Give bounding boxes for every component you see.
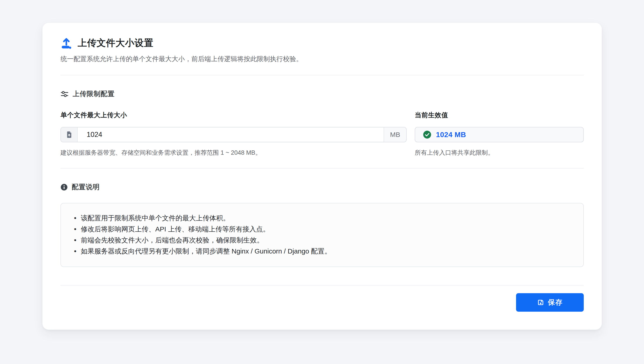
effective-value-column: 当前生效值 1024 MB 所有上传入口将共享此限制。 [415, 111, 584, 157]
max-size-input[interactable] [78, 128, 384, 142]
notes-item: 该配置用于限制系统中单个文件的最大上传体积。 [71, 212, 573, 224]
unit-suffix: MB [384, 128, 406, 142]
page-subtitle: 统一配置系统允许上传的单个文件最大大小，前后端上传逻辑将按此限制执行校验。 [61, 54, 584, 64]
page-header: 上传文件大小设置 [61, 37, 584, 49]
effective-value-box: 1024 MB [415, 127, 584, 142]
file-upload-icon [61, 128, 78, 142]
notes-list: 该配置用于限制系统中单个文件的最大上传体积。 修改后将影响网页上传、API 上传… [71, 212, 573, 257]
upload-icon [61, 37, 72, 49]
info-icon [61, 184, 68, 191]
config-grid: 单个文件最大上传大小 MB 建议根据服务器带宽、存储空间和业务需求设置，推荐范围… [61, 111, 584, 157]
settings-card: 上传文件大小设置 统一配置系统允许上传的单个文件最大大小，前后端上传逻辑将按此限… [43, 23, 602, 330]
config-section-title: 上传限制配置 [73, 89, 115, 98]
effective-help: 所有上传入口将共享此限制。 [415, 148, 584, 157]
effective-label: 当前生效值 [415, 111, 584, 120]
max-size-field-column: 单个文件最大上传大小 MB 建议根据服务器带宽、存储空间和业务需求设置，推荐范围… [61, 111, 407, 157]
check-circle-icon [423, 130, 431, 139]
notes-item: 如果服务器或反向代理另有更小限制，请同步调整 Nginx / Gunicorn … [71, 246, 573, 257]
footer-actions: 保存 [61, 293, 584, 312]
save-icon [537, 299, 544, 306]
notes-item: 修改后将影响网页上传、API 上传、移动端上传等所有接入点。 [71, 224, 573, 234]
max-size-label: 单个文件最大上传大小 [61, 111, 407, 120]
notes-box: 该配置用于限制系统中单个文件的最大上传体积。 修改后将影响网页上传、API 上传… [61, 203, 584, 267]
effective-value-text: 1024 MB [436, 130, 466, 139]
max-size-help: 建议根据服务器带宽、存储空间和业务需求设置，推荐范围 1 ~ 2048 MB。 [61, 148, 407, 157]
notes-section-title: 配置说明 [72, 182, 100, 192]
header-divider [61, 75, 584, 75]
max-size-input-group: MB [61, 127, 407, 142]
notes-item: 前端会先校验文件大小，后端也会再次校验，确保限制生效。 [71, 234, 573, 246]
save-button-label: 保存 [548, 298, 563, 307]
save-button[interactable]: 保存 [516, 293, 584, 312]
footer-divider [61, 285, 584, 286]
notes-section-heading: 配置说明 [61, 182, 584, 192]
sliders-icon [61, 90, 69, 98]
config-section-heading: 上传限制配置 [61, 89, 584, 98]
page-title: 上传文件大小设置 [78, 37, 154, 49]
config-divider [61, 168, 584, 168]
